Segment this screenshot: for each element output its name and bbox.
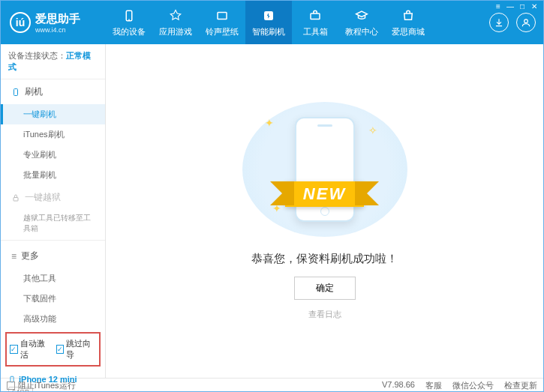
section-flash[interactable]: 刷机 [1,79,105,104]
sidebar-item-itunes-flash[interactable]: iTunes刷机 [1,124,105,145]
close-icon[interactable]: ✕ [529,2,539,11]
minimize-icon[interactable]: — [505,2,515,11]
logo-icon: iú [10,12,31,33]
nav-tutorials[interactable]: 教程中心 [338,1,385,44]
toolbox-icon [308,8,323,23]
checkbox-skip-guide[interactable]: ✓跳过向导 [56,338,97,361]
sidebar: 设备连接状态：正常模式 刷机 一键刷机 iTunes刷机 专业刷机 批量刷机 一… [1,44,106,378]
success-illustration: ✦ ✧ ✦ NEW [242,102,407,237]
lock-icon [11,193,20,202]
main-nav: 我的设备 应用游戏 铃声壁纸 智能刷机 工具箱 教程中心 爱思商城 [106,1,489,44]
ok-button[interactable]: 确定 [294,277,356,300]
flash-icon [261,8,276,23]
svg-rect-4 [311,13,320,19]
svg-rect-2 [218,12,227,19]
version-label: V7.98.66 [382,380,415,391]
section-jailbreak: 一键越狱 [1,185,105,210]
sidebar-item-advanced[interactable]: 高级功能 [1,309,105,329]
support-link[interactable]: 客服 [425,380,442,391]
nav-toolbox[interactable]: 工具箱 [292,1,338,44]
sidebar-item-download-fw[interactable]: 下载固件 [1,289,105,309]
phone-icon [122,8,137,23]
checkbox-auto-activate[interactable]: ✓自动激活 [10,338,50,361]
app-title: 爱思助手 [35,12,80,26]
svg-rect-6 [14,88,18,95]
logo[interactable]: iú 爱思助手 www.i4.cn [1,12,106,34]
sidebar-item-batch-flash[interactable]: 批量刷机 [1,165,105,185]
svg-point-5 [524,19,528,23]
user-icon[interactable] [516,13,536,32]
menu-icon[interactable]: ≡ [493,2,503,11]
view-log-link[interactable]: 查看日志 [308,309,341,320]
success-message: 恭喜您，保资料刷机成功啦！ [251,252,398,266]
nav-my-device[interactable]: 我的设备 [106,1,152,44]
main-content: ✦ ✧ ✦ NEW 恭喜您，保资料刷机成功啦！ 确定 查看日志 [106,44,543,378]
nav-store[interactable]: 爱思商城 [385,1,431,44]
block-itunes-label: 阻止iTunes运行 [18,380,76,391]
options-highlighted: ✓自动激活 ✓跳过向导 [5,332,101,367]
wallpaper-icon [215,8,230,23]
nav-ringtones[interactable]: 铃声壁纸 [199,1,245,44]
new-ribbon: NEW [285,181,364,207]
check-update-link[interactable]: 检查更新 [504,380,537,391]
more-icon: ≡ [11,251,17,262]
phone-small-icon [11,88,20,97]
checkbox-block-itunes[interactable] [7,382,15,390]
app-header: iú 爱思助手 www.i4.cn 我的设备 应用游戏 铃声壁纸 智能刷机 工具… [1,1,543,44]
apps-icon [168,8,183,23]
sidebar-item-other-tools[interactable]: 其他工具 [1,268,105,289]
tutorial-icon [354,8,369,23]
svg-rect-7 [14,197,18,201]
jailbreak-note: 越狱工具已转移至工具箱 [1,210,105,237]
sidebar-item-pro-flash[interactable]: 专业刷机 [1,145,105,165]
nav-flash[interactable]: 智能刷机 [245,1,292,44]
wechat-link[interactable]: 微信公众号 [452,380,494,391]
connection-status: 设备连接状态：正常模式 [1,44,105,79]
download-icon[interactable] [489,13,509,32]
section-more[interactable]: ≡ 更多 [1,244,105,268]
nav-apps[interactable]: 应用游戏 [152,1,199,44]
store-icon [401,8,416,23]
maximize-icon[interactable]: □ [517,2,527,11]
app-url: www.i4.cn [35,26,80,34]
sidebar-item-onekey-flash[interactable]: 一键刷机 [1,104,105,124]
